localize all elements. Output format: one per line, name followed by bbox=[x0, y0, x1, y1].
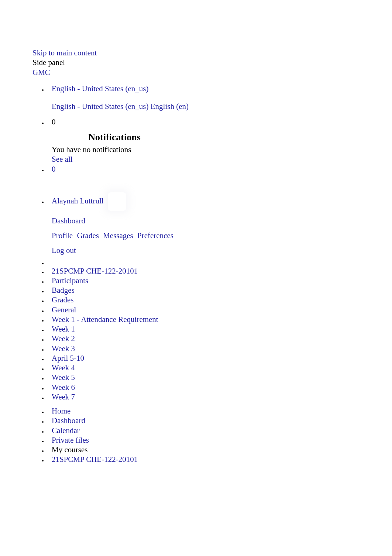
language-current[interactable]: English - United States ‎(en_us)‎ bbox=[52, 84, 148, 93]
logout[interactable]: Log out bbox=[52, 246, 76, 255]
nav-week1-attendance[interactable]: Week 1 - Attendance Requirement bbox=[52, 315, 158, 324]
site-calendar[interactable]: Calendar bbox=[52, 426, 80, 435]
nav-week3[interactable]: Week 3 bbox=[52, 344, 75, 353]
user-name[interactable]: Alaynah Luttrull bbox=[52, 196, 104, 205]
nav-week6[interactable]: Week 6 bbox=[52, 383, 75, 392]
nav-april-5-10[interactable]: April 5-10 bbox=[52, 354, 84, 363]
notifications-empty-text: You have no notifications bbox=[52, 145, 392, 154]
site-course[interactable]: 21SPCMP CHE-122-20101 bbox=[52, 455, 138, 464]
nav-badges[interactable]: Badges bbox=[52, 286, 75, 295]
nav-week5[interactable]: Week 5 bbox=[52, 373, 75, 382]
notification-count: 0 bbox=[52, 117, 56, 126]
notifications-heading: Notifications bbox=[52, 131, 177, 144]
nav-grades[interactable]: Grades bbox=[52, 295, 73, 304]
site-private-files[interactable]: Private files bbox=[52, 436, 89, 445]
user-profile[interactable]: Profile bbox=[52, 231, 73, 240]
skip-to-main-content[interactable]: Skip to main content bbox=[32, 48, 97, 57]
user-dashboard[interactable]: Dashboard bbox=[52, 216, 85, 225]
nav-week7[interactable]: Week 7 bbox=[52, 392, 75, 401]
nav-participants[interactable]: Participants bbox=[52, 276, 88, 285]
avatar-icon bbox=[108, 192, 126, 211]
site-my-courses-label: My courses bbox=[52, 445, 87, 454]
user-messages[interactable]: Messages bbox=[103, 231, 133, 240]
notifications-see-all[interactable]: See all bbox=[52, 155, 73, 164]
site-dashboard[interactable]: Dashboard bbox=[52, 416, 85, 425]
nav-week1[interactable]: Week 1 bbox=[52, 325, 75, 333]
language-option-en[interactable]: English ‎(en)‎ bbox=[151, 102, 189, 111]
user-grades[interactable]: Grades bbox=[77, 231, 99, 240]
nav-week2[interactable]: Week 2 bbox=[52, 334, 75, 343]
nav-course[interactable]: 21SPCMP CHE-122-20101 bbox=[52, 267, 138, 275]
user-preferences[interactable]: Preferences bbox=[137, 231, 173, 240]
nav-week4[interactable]: Week 4 bbox=[52, 363, 75, 372]
nav-general[interactable]: General bbox=[52, 305, 76, 314]
side-panel-label: Side panel bbox=[32, 58, 65, 67]
messages-count[interactable]: 0 bbox=[52, 165, 56, 174]
brand-link[interactable]: GMC bbox=[32, 68, 50, 77]
site-home[interactable]: Home bbox=[52, 406, 71, 415]
language-option-enus[interactable]: English - United States ‎(en_us)‎ bbox=[52, 102, 148, 111]
